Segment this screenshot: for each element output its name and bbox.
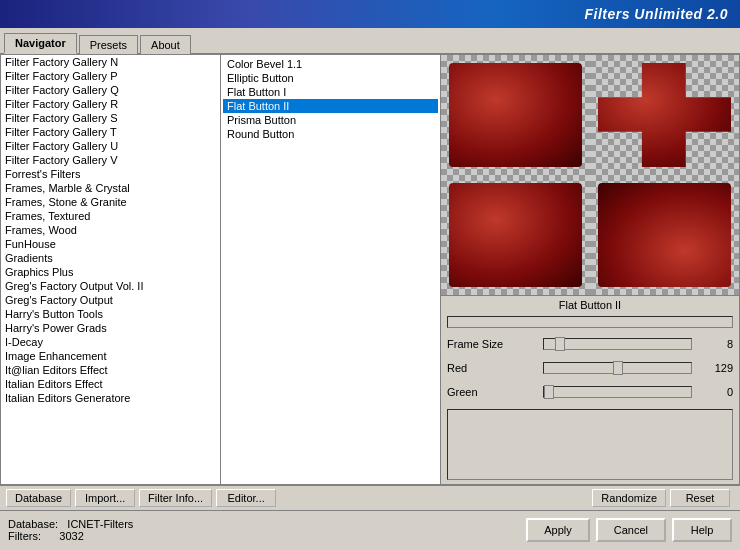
category-list-item[interactable]: Greg's Factory Output bbox=[1, 293, 220, 307]
category-list-item[interactable]: Image Enhancement bbox=[1, 349, 220, 363]
database-button[interactable]: Database bbox=[6, 489, 71, 507]
settings-area: Frame Size8Red129Green0Blue2Frame Line12… bbox=[441, 330, 739, 407]
category-list-item[interactable]: Frames, Stone & Granite bbox=[1, 195, 220, 209]
setting-slider-frame-size[interactable] bbox=[543, 338, 692, 350]
setting-row: Frame Size8 bbox=[447, 334, 733, 354]
preview-slider[interactable] bbox=[447, 316, 733, 328]
setting-row: Red129 bbox=[447, 358, 733, 378]
right-panel: Flat Button II Frame Size8Red129Green0Bl… bbox=[441, 55, 739, 484]
help-button[interactable]: Help bbox=[672, 518, 732, 542]
category-list-item[interactable]: Filter Factory Gallery N bbox=[1, 55, 220, 69]
setting-row: Blue2 bbox=[447, 406, 733, 407]
preview-cell-bl bbox=[441, 175, 590, 295]
left-panel: Filter Factory Gallery NFilter Factory G… bbox=[1, 55, 221, 484]
category-list-item[interactable]: It@lian Editors Effect bbox=[1, 363, 220, 377]
category-list-item[interactable]: Gradients bbox=[1, 251, 220, 265]
filters-status: Filters: 3032 bbox=[8, 530, 133, 542]
filter-list-item[interactable]: Round Button bbox=[223, 127, 438, 141]
reset-button[interactable]: Reset bbox=[670, 489, 730, 507]
category-list-item[interactable]: Filter Factory Gallery R bbox=[1, 97, 220, 111]
category-list-item[interactable]: Filter Factory Gallery Q bbox=[1, 83, 220, 97]
apply-button[interactable]: Apply bbox=[526, 518, 590, 542]
toolbar-spacer bbox=[280, 489, 592, 507]
import-button[interactable]: Import... bbox=[75, 489, 135, 507]
setting-slider-green[interactable] bbox=[543, 386, 692, 398]
editor-button[interactable]: Editor... bbox=[216, 489, 276, 507]
main-content: Filter Factory Gallery NFilter Factory G… bbox=[0, 55, 740, 485]
setting-label: Red bbox=[447, 362, 537, 374]
category-list-item[interactable]: Graphics Plus bbox=[1, 265, 220, 279]
filter-list[interactable]: Color Bevel 1.1Elliptic ButtonFlat Butto… bbox=[221, 55, 440, 484]
btn-shape-tl bbox=[449, 63, 582, 167]
preview-area bbox=[441, 55, 739, 295]
status-buttons: Apply Cancel Help bbox=[526, 518, 732, 542]
cancel-button[interactable]: Cancel bbox=[596, 518, 666, 542]
btn-shape-br bbox=[598, 183, 731, 287]
database-status: Database: ICNET-Filters bbox=[8, 518, 133, 530]
category-list-item[interactable]: Forrest's Filters bbox=[1, 167, 220, 181]
filter-list-item[interactable]: Elliptic Button bbox=[223, 71, 438, 85]
extra-slider bbox=[447, 409, 733, 480]
tabs-bar: Navigator Presets About bbox=[0, 28, 740, 55]
status-bar: Database: ICNET-Filters Filters: 3032 Ap… bbox=[0, 510, 740, 548]
setting-value: 0 bbox=[698, 386, 733, 398]
app-title: Filters Unlimited 2.0 bbox=[584, 6, 728, 22]
filter-list-item[interactable]: Prisma Button bbox=[223, 113, 438, 127]
setting-label: Frame Size bbox=[447, 338, 537, 350]
title-bar: Filters Unlimited 2.0 bbox=[0, 0, 740, 28]
setting-label: Green bbox=[447, 386, 537, 398]
category-list-item[interactable]: Harry's Button Tools bbox=[1, 307, 220, 321]
setting-value: 8 bbox=[698, 338, 733, 350]
preview-cell-tl bbox=[441, 55, 590, 175]
bottom-toolbar: Database Import... Filter Info... Editor… bbox=[0, 485, 740, 510]
setting-value: 129 bbox=[698, 362, 733, 374]
category-list-item[interactable]: Filter Factory Gallery T bbox=[1, 125, 220, 139]
status-info: Database: ICNET-Filters Filters: 3032 bbox=[8, 518, 133, 542]
setting-row: Green0 bbox=[447, 382, 733, 402]
category-list-item[interactable]: I-Decay bbox=[1, 335, 220, 349]
category-list-item[interactable]: Italian Editors Effect bbox=[1, 377, 220, 391]
preview-cell-br bbox=[590, 175, 739, 295]
preview-label: Flat Button II bbox=[441, 295, 739, 314]
category-list-container: Filter Factory Gallery NFilter Factory G… bbox=[1, 55, 220, 484]
category-list-item[interactable]: Frames, Marble & Crystal bbox=[1, 181, 220, 195]
category-list-item[interactable]: Filter Factory Gallery P bbox=[1, 69, 220, 83]
filter-list-item[interactable]: Flat Button II bbox=[223, 99, 438, 113]
tab-navigator[interactable]: Navigator bbox=[4, 33, 77, 54]
tab-about[interactable]: About bbox=[140, 35, 191, 54]
category-list-item[interactable]: Harry's Power Grads bbox=[1, 321, 220, 335]
preview-cell-tr bbox=[590, 55, 739, 175]
category-list-item[interactable]: Greg's Factory Output Vol. II bbox=[1, 279, 220, 293]
btn-shape-bl bbox=[449, 183, 582, 287]
randomize-button[interactable]: Randomize bbox=[592, 489, 666, 507]
middle-panel: Color Bevel 1.1Elliptic ButtonFlat Butto… bbox=[221, 55, 441, 484]
setting-slider-red[interactable] bbox=[543, 362, 692, 374]
category-list-item[interactable]: Frames, Wood bbox=[1, 223, 220, 237]
category-list-item[interactable]: Filter Factory Gallery U bbox=[1, 139, 220, 153]
category-list-item[interactable]: Filter Factory Gallery V bbox=[1, 153, 220, 167]
category-list[interactable]: Filter Factory Gallery NFilter Factory G… bbox=[1, 55, 220, 484]
filter-info-button[interactable]: Filter Info... bbox=[139, 489, 212, 507]
category-list-item[interactable]: FunHouse bbox=[1, 237, 220, 251]
category-list-item[interactable]: Frames, Textured bbox=[1, 209, 220, 223]
category-list-item[interactable]: Italian Editors Generatore bbox=[1, 391, 220, 405]
filter-list-item[interactable]: Color Bevel 1.1 bbox=[223, 57, 438, 71]
filter-list-item[interactable]: Flat Button I bbox=[223, 85, 438, 99]
tab-presets[interactable]: Presets bbox=[79, 35, 138, 54]
category-list-item[interactable]: Filter Factory Gallery S bbox=[1, 111, 220, 125]
